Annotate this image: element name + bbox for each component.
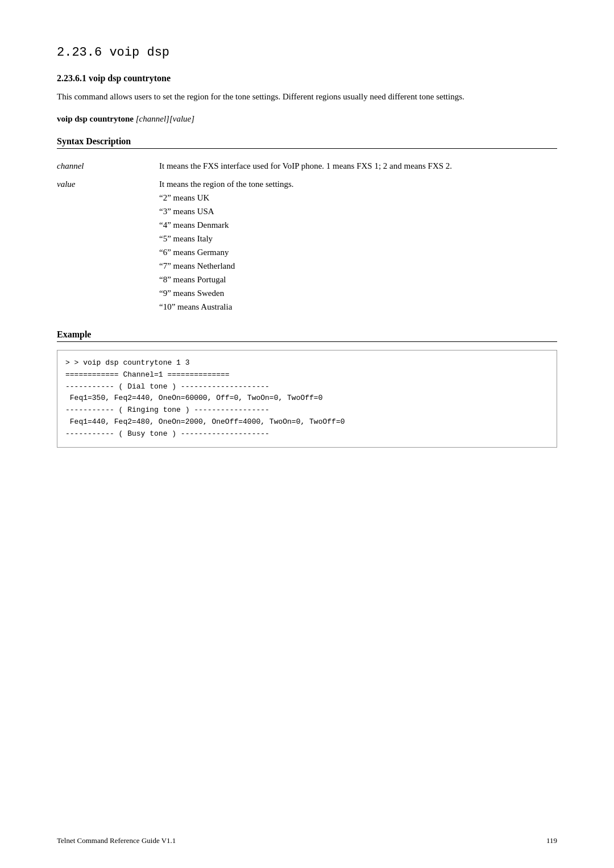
page-footer: Telnet Command Reference Guide V1.1 119 — [57, 836, 557, 845]
footer-right: 119 — [546, 836, 557, 845]
command-syntax: voip dsp countrytone [channel][value] — [57, 112, 557, 126]
syntax-row-0: channelIt means the FXS interface used f… — [57, 157, 557, 175]
description-text: This command allows users to set the reg… — [57, 90, 557, 103]
syntax-def-0: It means the FXS interface used for VoIP… — [159, 157, 557, 175]
section-title: 2.23.6 voip dsp — [57, 45, 557, 60]
syntax-row-1: valueIt means the region of the tone set… — [57, 175, 557, 316]
page-container: 2.23.6 voip dsp 2.23.6.1 voip dsp countr… — [0, 0, 614, 868]
command-syntax-italic: [channel][value] — [134, 114, 194, 123]
syntax-term-0: channel — [57, 157, 159, 175]
syntax-def-1: It means the region of the tone settings… — [159, 175, 557, 316]
syntax-heading: Syntax Description — [57, 136, 557, 149]
command-syntax-bold: voip dsp countrytone — [57, 114, 134, 123]
code-block: > > voip dsp countrytone 1 3 ===========… — [57, 350, 557, 448]
example-heading: Example — [57, 329, 557, 342]
syntax-table: channelIt means the FXS interface used f… — [57, 157, 557, 316]
footer-left: Telnet Command Reference Guide V1.1 — [57, 836, 176, 845]
subsection-title: 2.23.6.1 voip dsp countrytone — [57, 73, 557, 84]
syntax-term-1: value — [57, 175, 159, 316]
